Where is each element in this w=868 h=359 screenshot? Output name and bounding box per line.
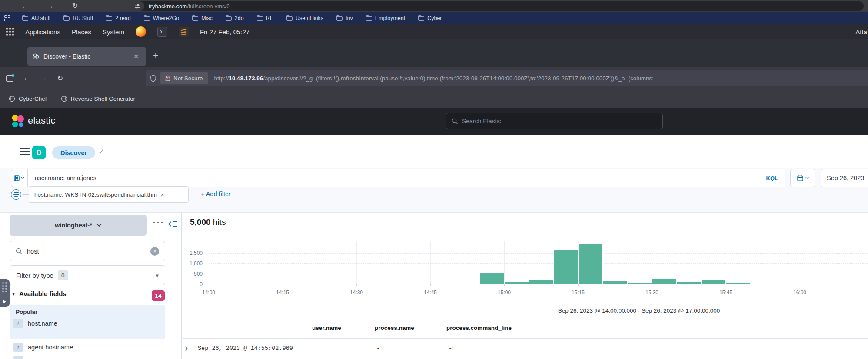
bookmark-folder-au-stuff[interactable]: AU stuff (22, 15, 50, 21)
bookmark-folder-useful-links[interactable]: Useful links (286, 15, 323, 21)
histogram-bar[interactable] (677, 282, 701, 284)
vm-drawer-handle[interactable] (0, 279, 10, 307)
panel-clock[interactable]: Fri 27 Feb, 05:27 (200, 28, 249, 36)
new-tab-button[interactable]: + (153, 50, 158, 61)
breadcrumb-discover[interactable]: Discover (52, 146, 95, 159)
save-icon (14, 175, 20, 181)
tab-discover-elastic[interactable]: Discover - Elastic ✕ (27, 47, 146, 66)
bookmark-folder-employment[interactable]: Employment (366, 15, 405, 21)
bookmark-folder-cyber[interactable]: Cyber (418, 15, 442, 21)
bookmark-folder-2do[interactable]: 2do (226, 15, 244, 21)
field-agent-hostname[interactable]: t agent.hostname (13, 343, 73, 352)
histogram-bar[interactable] (529, 280, 553, 284)
field-options-icon[interactable] (153, 222, 163, 224)
expand-row-icon[interactable]: ❯ (185, 345, 188, 352)
forward-icon[interactable]: → (40, 74, 47, 82)
site-settings-icon[interactable] (130, 1, 144, 11)
histogram-bar[interactable] (480, 273, 504, 284)
check-icon[interactable]: ✓ (98, 147, 104, 156)
vm-address-bar[interactable]: Not Secure http://10.48.173.96/app/disco… (146, 70, 868, 86)
back-icon[interactable]: ← (23, 74, 30, 82)
histogram-bar[interactable] (579, 244, 602, 284)
bookmark-folder-2-read[interactable]: 2 read (106, 15, 130, 21)
bookmark-folder-ru-stuff[interactable]: RU Stuff (63, 15, 93, 21)
available-fields-header[interactable]: ▾ Available fields (12, 290, 67, 297)
grid-line (209, 253, 868, 254)
histogram-bar[interactable] (505, 282, 529, 284)
column-user-name[interactable]: user.name (312, 325, 341, 331)
menu-applications[interactable]: Applications (25, 28, 60, 36)
query-language-button[interactable]: KQL (766, 175, 778, 181)
saved-query-button[interactable] (11, 169, 27, 187)
bookmark-cyberchef[interactable]: CyberChef (9, 96, 47, 102)
filter-pill-hostname[interactable]: host.name: WKSTN-02.swiftspendfinancial.… (29, 186, 189, 203)
field-search-input[interactable] (27, 248, 136, 255)
elastic-search-box[interactable] (446, 113, 663, 129)
histogram-bar[interactable] (603, 281, 627, 284)
x-axis-label: 14:30 (350, 290, 363, 296)
histogram-bar[interactable] (726, 283, 750, 284)
hits-count: 5,000 hits (190, 217, 226, 227)
not-secure-chip[interactable]: Not Secure (160, 72, 208, 84)
bookmark-folder-misc[interactable]: Misc (192, 15, 213, 21)
terminal-icon[interactable]: ❯_ (157, 27, 167, 37)
clear-search-icon[interactable]: × (150, 247, 159, 256)
menu-icon[interactable] (20, 148, 30, 157)
bookmark-folder-inv[interactable]: Inv (336, 15, 353, 21)
back-icon[interactable]: ← (22, 3, 29, 10)
elastic-logo-icon[interactable] (10, 113, 26, 131)
popular-fields-section: Popular t host.name (10, 305, 165, 339)
add-filter-button[interactable]: + Add filter (201, 191, 231, 198)
date-range-start[interactable]: Sep 26, 2023 (821, 169, 868, 187)
collapse-sidebar-icon[interactable] (168, 220, 177, 230)
histogram-bar[interactable] (652, 279, 676, 284)
y-axis: 05001,0001,500 (183, 241, 205, 284)
filter-type-count: 0 (58, 270, 68, 280)
discover-app-badge[interactable]: D (32, 146, 46, 159)
globe-icon (9, 96, 15, 102)
query-bar[interactable]: KQL (27, 169, 785, 187)
grid-line (430, 241, 431, 284)
reload-icon[interactable]: ↻ (57, 74, 63, 83)
column-process-command-line[interactable]: process.command_line (446, 325, 512, 331)
axis-tick (209, 284, 209, 286)
axis-tick (652, 284, 652, 286)
date-picker-button[interactable] (790, 169, 815, 187)
filter-by-type-dropdown[interactable]: Filter by type 0 ▾ (10, 265, 165, 285)
menu-places[interactable]: Places (72, 28, 91, 36)
grid-line (209, 274, 868, 274)
histogram-bar[interactable] (554, 250, 578, 284)
filter-set-icon[interactable] (11, 189, 21, 200)
chart-plot-area[interactable]: 14:0014:1514:3014:4515:0015:1515:3015:45… (209, 241, 868, 284)
activities-grid-icon[interactable] (6, 28, 14, 36)
filter-remove-icon[interactable]: × (160, 191, 183, 198)
reload-icon[interactable]: ↻ (72, 3, 78, 10)
apps-grid-icon[interactable] (4, 15, 10, 21)
firefox-icon[interactable] (136, 26, 146, 37)
window-icon[interactable] (6, 75, 13, 82)
sublime-text-icon[interactable] (179, 27, 189, 37)
tab-close-icon[interactable]: ✕ (131, 52, 141, 61)
bookmark-reverse-shell-generator[interactable]: Reverse Shell Generator (61, 96, 136, 102)
folder-icon (286, 16, 293, 21)
menu-system[interactable]: System (103, 28, 124, 36)
host-address-bar[interactable]: tryhackme.com/fullscreen-vms/0 (130, 1, 864, 11)
histogram-bar[interactable] (702, 280, 725, 284)
bookmark-folder-re[interactable]: RE (257, 15, 273, 21)
screen: ← → ↻ tryhackme.com/fullscreen-vms/0 AU … (0, 0, 868, 359)
field-type-badge: t (13, 319, 23, 328)
elastic-search-input[interactable] (462, 118, 645, 125)
bookmark-folder-where2go[interactable]: Where2Go (144, 15, 179, 21)
column-process-name[interactable]: process.name (375, 325, 414, 331)
index-pattern-selector[interactable]: winlogbeat-* (10, 215, 147, 236)
x-axis-label: 15:30 (645, 290, 658, 296)
forward-icon[interactable]: → (47, 3, 54, 10)
shield-icon[interactable] (150, 75, 156, 82)
histogram-bar[interactable] (628, 283, 652, 284)
field-search-box[interactable]: × (10, 241, 165, 261)
filter-by-type-label: Filter by type (16, 272, 53, 279)
folder-icon (336, 16, 343, 21)
bookmark-label: Useful links (296, 15, 323, 21)
query-input[interactable] (28, 175, 741, 181)
field-host-name[interactable]: t host.name (13, 319, 57, 328)
